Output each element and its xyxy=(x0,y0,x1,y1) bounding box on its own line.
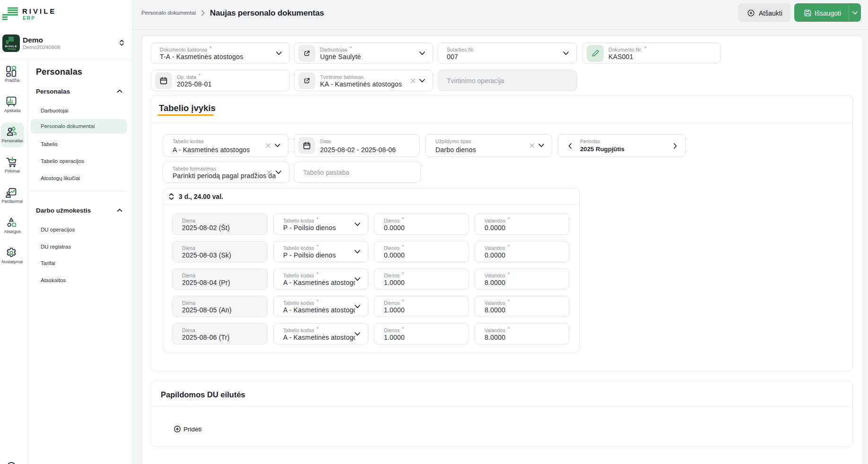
svg-text:RIVILE: RIVILE xyxy=(5,44,17,48)
svg-text:demo: demo xyxy=(11,48,16,50)
